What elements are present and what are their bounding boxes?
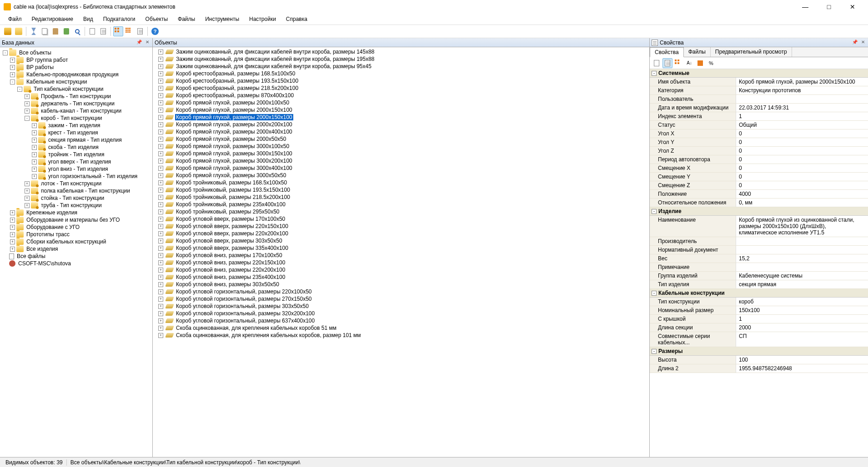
object-item[interactable]: +Короб прямой глухой, размеры 2000х150х1… (155, 106, 647, 114)
expand-icon[interactable]: + (10, 72, 15, 77)
menu-объекты[interactable]: Объекты (141, 15, 173, 23)
object-item[interactable]: +Зажим оцинкованный, для фиксации кабеле… (155, 55, 647, 63)
expand-icon[interactable]: + (10, 218, 15, 223)
tree-node[interactable]: +угол вниз - Тип изделия (1, 165, 151, 173)
property-value[interactable] (736, 237, 868, 245)
object-item[interactable]: +Короб угловой вниз, размеры 170х100х50 (155, 252, 647, 259)
tree-node[interactable]: +Все изделия (1, 245, 151, 253)
detail-view-button[interactable] (135, 26, 145, 36)
tab-1[interactable]: Файлы (684, 47, 711, 57)
tree-node[interactable]: +Крепежные изделия (1, 209, 151, 216)
collapse-icon[interactable]: - (652, 291, 657, 296)
expand-icon[interactable]: + (158, 57, 163, 62)
menu-файл[interactable]: Файл (4, 15, 26, 23)
tile-view-button[interactable] (124, 26, 134, 36)
paste-button[interactable] (50, 26, 60, 36)
tab-2[interactable]: Предварительный просмотр (711, 47, 792, 57)
expand-icon[interactable]: + (158, 318, 163, 323)
tree-node[interactable]: +лоток - Тип конструкции (1, 180, 151, 187)
property-value[interactable]: Общий (736, 121, 868, 129)
object-item[interactable]: +Зажим оцинкованный, для фиксации кабеле… (155, 48, 647, 55)
pin-icon[interactable]: 📌 (852, 40, 858, 46)
expand-icon[interactable]: + (158, 253, 163, 258)
expand-icon[interactable]: + (158, 297, 163, 302)
expand-icon[interactable]: + (158, 311, 163, 316)
property-group-header[interactable]: -Изделие (650, 207, 868, 216)
expand-icon[interactable]: + (158, 260, 163, 265)
property-value[interactable]: 0 (736, 181, 868, 189)
object-item[interactable]: +Короб угловой горизонтальный, размеры 6… (155, 317, 647, 324)
property-row[interactable]: Смещение Z0 (650, 181, 868, 190)
properties-body[interactable]: -СистемныеИмя объектаКороб прямой глухой… (650, 69, 868, 457)
expand-icon[interactable]: + (158, 159, 163, 164)
prop-categorize-button[interactable] (662, 58, 672, 68)
property-row[interactable]: Длина секции2000 (650, 323, 868, 332)
property-row[interactable]: Имя объектаКороб прямой глухой, размеры … (650, 78, 868, 86)
expand-icon[interactable]: + (158, 188, 163, 193)
expand-icon[interactable]: + (158, 217, 163, 222)
expand-icon[interactable]: + (10, 225, 15, 230)
expand-icon[interactable]: + (32, 152, 37, 157)
object-item[interactable]: +Короб угловой вниз, размеры 303х50х50 (155, 281, 647, 288)
property-group-header[interactable]: -Размеры (650, 347, 868, 356)
expand-icon[interactable]: + (158, 71, 163, 76)
tree-node[interactable]: -Кабельные конструкции (1, 78, 151, 85)
expand-icon[interactable]: + (158, 129, 163, 134)
prop-percent-button[interactable]: % (706, 58, 716, 68)
object-item[interactable]: +Короб прямой глухой, размеры 2000х150х1… (155, 114, 647, 121)
expand-icon[interactable]: + (158, 115, 163, 120)
expand-icon[interactable]: + (158, 326, 163, 331)
db-connect-button[interactable] (3, 26, 13, 36)
tree-node[interactable]: +Сборки кабельных конструкций (1, 238, 151, 245)
property-row[interactable]: Производитель (650, 237, 868, 246)
prop-grid-button[interactable] (673, 58, 683, 68)
property-value[interactable]: 0 (736, 129, 868, 138)
property-row[interactable]: Совместимые серии кабельных...СП (650, 332, 868, 347)
expand-icon[interactable]: + (158, 108, 163, 113)
property-row[interactable]: Смещение Y0 (650, 173, 868, 181)
object-item[interactable]: +Короб угловой вверх, размеры 220х200х10… (155, 230, 647, 237)
menu-подкаталоги[interactable]: Подкаталоги (99, 15, 140, 23)
prop-sort-button[interactable]: A↓ (684, 58, 694, 68)
object-item[interactable]: +Зажим оцинкованный, для фиксации кабеле… (155, 63, 647, 70)
property-row[interactable]: Примечание (650, 263, 868, 272)
property-value[interactable]: СП (736, 332, 868, 347)
menu-файлы[interactable]: Файлы (173, 15, 200, 23)
object-item[interactable]: +Короб прямой глухой, размеры 3000х50х50 (155, 172, 647, 179)
pin-icon[interactable]: 📌 (136, 40, 142, 46)
object-item[interactable]: +Короб угловой горизонтальный, размеры 3… (155, 303, 647, 310)
property-row[interactable]: Пользователь (650, 95, 868, 104)
property-value[interactable] (736, 95, 868, 103)
property-row[interactable]: Группа изделийКабеленесущие системы (650, 272, 868, 280)
expand-icon[interactable]: + (25, 196, 30, 201)
tree-node[interactable]: -короб - Тип конструкции (1, 114, 151, 122)
expand-icon[interactable]: + (158, 282, 163, 287)
object-item[interactable]: +Короб угловой вниз, размеры 235х400х100 (155, 273, 647, 281)
property-row[interactable]: Смещение X0 (650, 164, 868, 173)
object-item[interactable]: +Короб тройниковый, размеры 295х50х50 (155, 208, 647, 215)
property-group-header[interactable]: -Системные (650, 69, 868, 78)
tree-node[interactable]: +угол вверх - Тип изделия (1, 158, 151, 165)
property-value[interactable]: Кабеленесущие системы (736, 272, 868, 280)
property-row[interactable]: Тип конструкциикороб (650, 298, 868, 306)
expand-icon[interactable]: + (158, 195, 163, 200)
property-value[interactable]: секция прямая (736, 280, 868, 288)
list-view-button[interactable] (113, 26, 123, 36)
property-value[interactable]: Конструкции прототипов (736, 86, 868, 94)
object-item[interactable]: +Короб прямой глухой, размеры 3000х400х1… (155, 164, 647, 172)
paste-special-button[interactable] (61, 26, 71, 36)
property-row[interactable]: Относительное положения0, мм (650, 199, 868, 207)
expand-icon[interactable]: + (158, 202, 163, 207)
object-item[interactable]: +Короб угловой горизонтальный, размеры 2… (155, 295, 647, 303)
property-value[interactable]: 100 (736, 356, 868, 364)
object-item[interactable]: +Короб угловой вверх, размеры 303х50х50 (155, 237, 647, 244)
tree-node[interactable]: -Тип кабельной конструкции (1, 85, 151, 93)
expand-icon[interactable]: + (158, 166, 163, 171)
find-button[interactable] (72, 26, 82, 36)
object-item[interactable]: +Короб прямой глухой, размеры 2000х100х5… (155, 99, 647, 106)
property-value[interactable]: 4000 (736, 190, 868, 198)
menu-настройки[interactable]: Настройки (245, 15, 281, 23)
expand-icon[interactable]: + (25, 94, 30, 99)
menu-редактирование[interactable]: Редактирование (27, 15, 78, 23)
expand-icon[interactable]: + (158, 275, 163, 280)
